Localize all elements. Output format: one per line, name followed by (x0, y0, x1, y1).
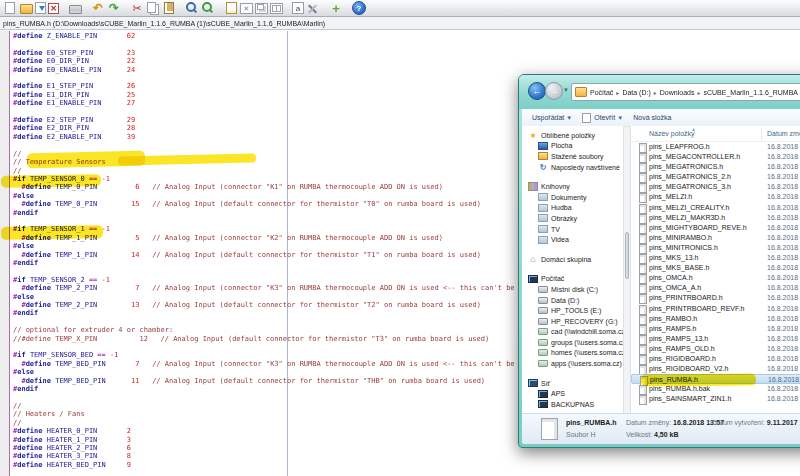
table-row[interactable]: pins_RIGIDBOARD_V2.h16.8.2018 13:57 (631, 364, 800, 374)
table-row[interactable]: pins_MEGACONTROLLER.h16.8.2018 13:57 (631, 152, 800, 162)
cut-icon[interactable] (130, 2, 144, 15)
marker-annotation-temp-sensor-0 (1, 174, 101, 187)
table-row[interactable]: pins_OMCA_A.h16.8.2018 13:57 (631, 283, 800, 293)
file-date: 16.8.2018 13:57 (767, 355, 800, 362)
new-folder-button[interactable]: Nová složka (633, 114, 671, 121)
plugin-icon[interactable] (329, 2, 343, 15)
redo-icon[interactable] (107, 2, 121, 15)
breadcrumb-item[interactable]: Počítač (590, 89, 613, 96)
copy-icon[interactable] (146, 2, 160, 15)
editor-tab[interactable]: pins_RUMBA.h (D:\Downloads\sCUBE_Marlin_… (0, 17, 800, 30)
sidebar-item-hudba[interactable]: Hudba (522, 203, 623, 214)
forward-button[interactable]: → (545, 82, 563, 100)
table-row[interactable]: pins_MINITRONICS.h16.8.2018 13:57 (631, 243, 800, 253)
table-row[interactable]: pins_MEGATRONICS_3.h16.8.2018 13:57 (631, 182, 800, 192)
folder-icon (575, 87, 587, 97)
sidebar-item-knihovny[interactable]: Knihovny (522, 181, 623, 192)
sidebar-item-groups-users-soma-cz-[interactable]: groups (\\users.soma.cz) (522, 337, 623, 348)
new-file-icon[interactable] (3, 2, 17, 15)
open-file-icon[interactable] (19, 2, 33, 15)
table-row[interactable]: pins_OMCA.h16.8.2018 13:57 (631, 273, 800, 283)
sidebar-item-naposledy-nav-t-ven-[interactable]: Naposledy navštívené (522, 162, 623, 173)
sidebar-item-po-ta-[interactable]: Počítač (522, 274, 623, 285)
network-drive-icon (538, 327, 548, 336)
sidebar-item-apps-users-soma-cz-z[interactable]: apps (\\users.soma.cz) (Z (522, 358, 623, 369)
sidebar-scrollbar[interactable] (623, 126, 631, 414)
new-document-icon[interactable] (224, 2, 238, 15)
sidebar-item-dom-c-skupina[interactable]: Domácí skupina (522, 254, 623, 265)
find-replace-icon[interactable] (201, 2, 215, 15)
sidebar-item-hp-recovery-g-[interactable]: HP_RECOVERY (G:) (522, 316, 623, 327)
find-icon[interactable] (185, 2, 199, 15)
window-cascade-icon[interactable] (255, 3, 268, 14)
undo-icon[interactable] (91, 2, 105, 15)
print-icon[interactable] (68, 2, 82, 15)
table-row[interactable]: pins_MELZI_CREALITY.h16.8.2018 13:57 (631, 203, 800, 213)
sidebar-item-backupnas[interactable]: BACKUPNAS (522, 399, 623, 410)
sidebar-item-m-stn-disk-c-[interactable]: Místní disk (C:) (522, 284, 623, 295)
save-file-icon[interactable] (35, 2, 46, 14)
sidebar-item-sta-en-soubory[interactable]: Stažené soubory (522, 151, 623, 162)
sidebar-item-videa[interactable]: Videa (522, 234, 623, 245)
table-row[interactable]: pins_MEGATRONICS.h16.8.2018 13:57 (631, 162, 800, 172)
table-row[interactable]: pins_MIGHTYBOARD_REVE.h16.8.2018 13:57 (631, 223, 800, 233)
breadcrumb[interactable]: Počítač▸Data (D:)▸Downloads▸sCUBE_Marlin… (590, 89, 800, 96)
window-close-icon[interactable] (240, 3, 253, 14)
table-row[interactable]: pins_MELZI.h16.8.2018 13:57 (631, 192, 800, 202)
sidebar-item-dokumenty[interactable]: Dokumenty (522, 192, 623, 203)
table-row[interactable]: pins_RIGIDBOARD.h16.8.2018 13:57 (631, 354, 800, 364)
sidebar-item-obr-zky[interactable]: Obrázky (522, 213, 623, 224)
sidebar-item-homes-users-soma-cz-[interactable]: homes (\\users.soma.cz) (522, 348, 623, 359)
sidebar-item-hp-tools-e-[interactable]: HP_TOOLS (E:) (522, 305, 623, 316)
file-name: pins_RAMPS_OLD.h (649, 345, 715, 352)
breadcrumb-item[interactable]: Downloads (660, 89, 695, 96)
table-row[interactable]: pins_SAINSMART_ZIN1.h16.8.2018 13:57 (631, 394, 800, 404)
sidebar-item-plocha[interactable]: Plocha (522, 141, 623, 152)
close-file-icon[interactable] (48, 3, 59, 14)
table-row[interactable]: pins_MINIRAMBO.h16.8.2018 13:57 (631, 233, 800, 243)
table-row[interactable]: pins_MELZI_MAKR3D.h16.8.2018 13:57 (631, 213, 800, 223)
open-button[interactable]: Otevřít▼ (582, 113, 623, 123)
table-row[interactable]: pins_PRINTRBOARD.h16.8.2018 13:57 (631, 293, 800, 303)
breadcrumb-item[interactable]: Data (D:) (622, 89, 650, 96)
details-file-type: Soubor H (566, 431, 596, 438)
help-icon[interactable] (352, 1, 366, 15)
network-drive-icon (538, 359, 548, 368)
organize-button[interactable]: Uspořádat▼ (532, 114, 572, 121)
table-row[interactable]: pins_LEAPFROG.h16.8.2018 13:57 (631, 142, 800, 152)
nav-dropdown-icon[interactable]: ▼ (563, 87, 569, 93)
library-folder-icon (538, 214, 548, 223)
breadcrumb-item[interactable]: sCUBE_Marlin_1.1.6_RUMBA (1) (703, 89, 800, 96)
code-browser-icon[interactable] (292, 2, 304, 14)
sidebar-item-aps[interactable]: APS (522, 388, 623, 399)
table-row[interactable]: pins_RAMPS_13.h16.8.2018 13:57 (631, 334, 800, 344)
scrollbar-thumb[interactable] (625, 232, 629, 279)
sidebar-item-s-[interactable]: Síť (522, 378, 623, 389)
table-row[interactable]: pins_MEGATRONICS_2.h16.8.2018 13:57 (631, 172, 800, 182)
settings-icon[interactable] (306, 2, 320, 15)
table-row[interactable]: pins_MKS_13.h16.8.2018 13:57 (631, 253, 800, 263)
table-row[interactable]: pins_RAMPS.h16.8.2018 13:57 (631, 324, 800, 334)
column-header-name[interactable]: Název položky (649, 130, 695, 137)
back-button[interactable]: ← (528, 82, 546, 100)
sidebar-item-tv[interactable]: TV (522, 224, 623, 235)
file-name: pins_OMCA.h (649, 274, 693, 281)
sidebar-item-obl-ben-polo-ky[interactable]: Oblíbené položky (522, 130, 623, 141)
file-date: 16.8.2018 13:57 (767, 153, 800, 160)
table-row[interactable]: pins_RAMPS_OLD.h16.8.2018 13:57 (631, 344, 800, 354)
file-date: 16.8.2018 13:57 (767, 143, 800, 150)
table-row[interactable]: pins_MKS_BASE.h16.8.2018 13:57 (631, 263, 800, 273)
table-row[interactable]: pins_RAMBO.h16.8.2018 13:57 (631, 314, 800, 324)
window-tile-icon[interactable] (270, 3, 283, 14)
sidebar-item-data-d-[interactable]: Data (D:) (522, 295, 623, 306)
explorer-titlebar[interactable]: ← → ▼ Počítač▸Data (D:)▸Downloads▸sCUBE_… (519, 75, 800, 109)
sidebar-item-cad-windchill-soma-cz-[interactable]: cad (\\windchill.soma.cz) (522, 327, 623, 338)
column-header-date[interactable]: Datum změny (767, 130, 800, 137)
table-row[interactable]: pins_PRINTRBOARD_REVF.h16.8.2018 13:57 (631, 304, 800, 314)
marker-annotation-temp-sensor-1 (1, 225, 103, 240)
address-bar[interactable]: Počítač▸Data (D:)▸Downloads▸sCUBE_Marlin… (571, 83, 800, 101)
details-file-name: pins_RUMBA.h (566, 419, 617, 426)
breadcrumb-arrow-icon[interactable]: ▸ (651, 90, 660, 96)
column-divider[interactable] (761, 128, 762, 140)
paste-icon[interactable] (162, 2, 176, 15)
